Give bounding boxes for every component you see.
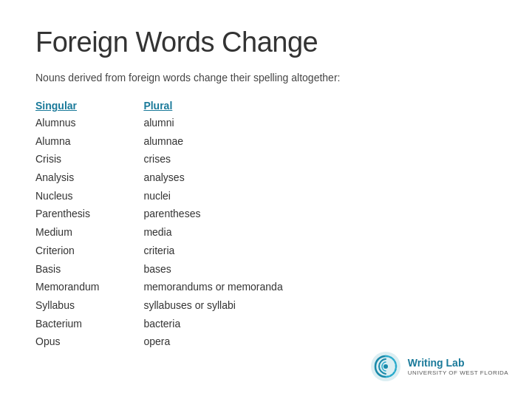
singular-header: Singular <box>35 100 99 112</box>
logo-university-label: University of West Florida <box>408 369 508 377</box>
list-item: media <box>143 225 282 241</box>
list-item: alumni <box>143 115 282 132</box>
list-item: Parenthesis <box>35 206 99 222</box>
singular-column: Singular AlumnusAlumnaCrisisAnalysisNucl… <box>35 100 99 350</box>
list-item: Criterion <box>35 243 99 259</box>
list-item: alumnae <box>143 134 282 150</box>
list-item: parentheses <box>143 206 282 222</box>
writing-lab-logo-icon <box>369 350 402 383</box>
subtitle: Nouns derived from foreign words change … <box>35 72 497 83</box>
page-title: Foreign Words Change <box>35 27 497 58</box>
logo-writing-label: Writing Lab <box>408 357 508 369</box>
list-item: memorandums or memoranda <box>143 279 282 296</box>
main-container: Foreign Words Change Nouns derived from … <box>0 0 532 368</box>
list-item: Opus <box>35 334 99 350</box>
list-item: crises <box>143 151 282 168</box>
logo-text: Writing Lab University of West Florida <box>408 357 508 376</box>
logo-area: Writing Lab University of West Florida <box>369 350 508 383</box>
list-item: Crisis <box>35 151 99 168</box>
words-grid: Singular AlumnusAlumnaCrisisAnalysisNucl… <box>35 100 497 350</box>
plural-column: Plural alumnialumnaecrisesanalysesnuclei… <box>143 100 282 350</box>
plural-header: Plural <box>143 100 282 112</box>
list-item: Analysis <box>35 170 99 186</box>
list-item: Medium <box>35 225 99 241</box>
list-item: Syllabus <box>35 298 99 314</box>
list-item: Nucleus <box>35 188 99 205</box>
svg-point-1 <box>383 364 388 369</box>
list-item: bases <box>143 262 282 278</box>
list-item: Bacterium <box>35 316 99 332</box>
list-item: bacteria <box>143 316 282 332</box>
list-item: syllabuses or syllabi <box>143 298 282 314</box>
list-item: Basis <box>35 262 99 278</box>
list-item: opera <box>143 334 282 350</box>
list-item: Alumnus <box>35 115 99 132</box>
list-item: nuclei <box>143 188 282 205</box>
list-item: Memorandum <box>35 279 99 296</box>
list-item: criteria <box>143 243 282 259</box>
list-item: analyses <box>143 170 282 186</box>
list-item: Alumna <box>35 134 99 150</box>
